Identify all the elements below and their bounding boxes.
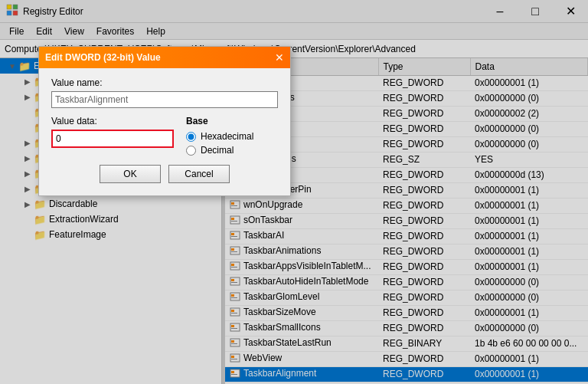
decimal-label: Decimal: [201, 145, 234, 156]
dialog-close-button[interactable]: ✕: [272, 50, 287, 65]
value-data-label: Value data:: [51, 116, 174, 126]
value-data-input[interactable]: [51, 130, 174, 148]
dialog-title: Edit DWORD (32-bit) Value: [45, 52, 161, 63]
value-name-label: Value name:: [51, 77, 278, 88]
dialog-buttons: OK Cancel: [51, 165, 278, 186]
value-data-row: Value data: Base Hexadecimal Decimal: [51, 116, 278, 156]
modal-overlay: Edit DWORD (32-bit) Value ✕ Value name: …: [0, 0, 588, 384]
hexadecimal-option[interactable]: Hexadecimal: [186, 131, 278, 142]
cancel-button[interactable]: Cancel: [168, 165, 230, 183]
dialog-title-bar: Edit DWORD (32-bit) Value ✕: [39, 47, 290, 68]
edit-dword-dialog: Edit DWORD (32-bit) Value ✕ Value name: …: [38, 46, 291, 196]
base-radio-group: Hexadecimal Decimal: [186, 131, 278, 156]
hexadecimal-label: Hexadecimal: [201, 131, 253, 142]
value-data-section: Value data:: [51, 116, 174, 156]
value-name-input[interactable]: [51, 91, 278, 108]
base-label: Base: [186, 116, 278, 126]
base-section: Base Hexadecimal Decimal: [186, 116, 278, 156]
decimal-option[interactable]: Decimal: [186, 145, 278, 156]
dialog-body: Value name: Value data: Base Hexadecimal: [39, 68, 290, 195]
hexadecimal-radio[interactable]: [186, 132, 196, 142]
decimal-radio[interactable]: [186, 146, 196, 156]
ok-button[interactable]: OK: [100, 165, 161, 183]
